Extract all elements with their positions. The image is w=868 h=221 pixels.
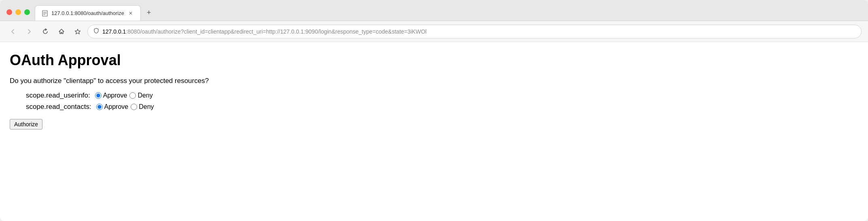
reload-icon bbox=[42, 28, 49, 35]
bookmark-button[interactable] bbox=[71, 25, 84, 38]
maximize-window-button[interactable] bbox=[24, 9, 30, 15]
url-text: 127.0.0.1:8080/oauth/authorize?client_id… bbox=[102, 28, 427, 35]
page-title: OAuth Approval bbox=[10, 52, 858, 69]
approve-label-0: Approve bbox=[103, 92, 127, 99]
tab-title: 127.0.0.1:8080/oauth/authorize bbox=[51, 10, 124, 16]
url-path: :8080/oauth/authorize?client_id=clientap… bbox=[126, 28, 426, 35]
reload-button[interactable] bbox=[39, 25, 52, 38]
approve-radio-1[interactable] bbox=[96, 104, 103, 110]
active-tab[interactable]: 127.0.0.1:8080/oauth/authorize ✕ bbox=[35, 5, 141, 21]
deny-radio-0[interactable] bbox=[129, 92, 136, 99]
security-icon bbox=[93, 28, 99, 35]
back-icon bbox=[10, 28, 16, 35]
radio-group-0: Approve Deny bbox=[95, 92, 153, 99]
authorize-button[interactable]: Authorize bbox=[10, 119, 42, 130]
deny-radio-1[interactable] bbox=[131, 104, 137, 110]
tab-page-icon bbox=[42, 10, 48, 17]
star-icon bbox=[74, 28, 81, 35]
approve-radio-0[interactable] bbox=[95, 92, 102, 99]
approve-option-1[interactable]: Approve bbox=[96, 103, 129, 110]
forward-button[interactable] bbox=[23, 25, 36, 38]
back-button[interactable] bbox=[6, 25, 19, 38]
new-tab-button[interactable]: + bbox=[142, 6, 155, 19]
scope-name-0: scope.read_userinfo: bbox=[26, 91, 90, 100]
scope-item-0: scope.read_userinfo: Approve Deny bbox=[26, 91, 858, 100]
tab-close-button[interactable]: ✕ bbox=[127, 10, 134, 17]
minimize-window-button[interactable] bbox=[15, 9, 21, 15]
question-text: Do you authorize "clientapp" to access y… bbox=[10, 77, 858, 85]
approve-label-1: Approve bbox=[104, 103, 129, 110]
svg-marker-4 bbox=[75, 29, 80, 34]
scope-name-1: scope.read_contacts: bbox=[26, 103, 91, 111]
url-host: 127.0.0.1 bbox=[102, 28, 126, 35]
deny-option-0[interactable]: Deny bbox=[129, 92, 152, 99]
scope-item-1: scope.read_contacts: Approve Deny bbox=[26, 103, 858, 111]
browser-window: 127.0.0.1:8080/oauth/authorize ✕ + bbox=[0, 0, 868, 221]
tab-bar: 127.0.0.1:8080/oauth/authorize ✕ + bbox=[35, 5, 868, 21]
close-window-button[interactable] bbox=[6, 9, 12, 15]
deny-label-0: Deny bbox=[138, 92, 152, 99]
home-icon bbox=[58, 28, 65, 35]
nav-bar: 127.0.0.1:8080/oauth/authorize?client_id… bbox=[0, 21, 868, 42]
deny-option-1[interactable]: Deny bbox=[131, 103, 154, 110]
forward-icon bbox=[26, 28, 32, 35]
scopes-list: scope.read_userinfo: Approve Deny scope.… bbox=[10, 91, 858, 111]
approve-option-0[interactable]: Approve bbox=[95, 92, 127, 99]
radio-group-1: Approve Deny bbox=[96, 103, 154, 110]
deny-label-1: Deny bbox=[139, 103, 154, 110]
title-bar: 127.0.0.1:8080/oauth/authorize ✕ + bbox=[0, 0, 868, 21]
window-controls bbox=[6, 9, 30, 21]
home-button[interactable] bbox=[55, 25, 68, 38]
address-bar[interactable]: 127.0.0.1:8080/oauth/authorize?client_id… bbox=[87, 25, 862, 38]
page-content: OAuth Approval Do you authorize "clienta… bbox=[0, 42, 868, 221]
